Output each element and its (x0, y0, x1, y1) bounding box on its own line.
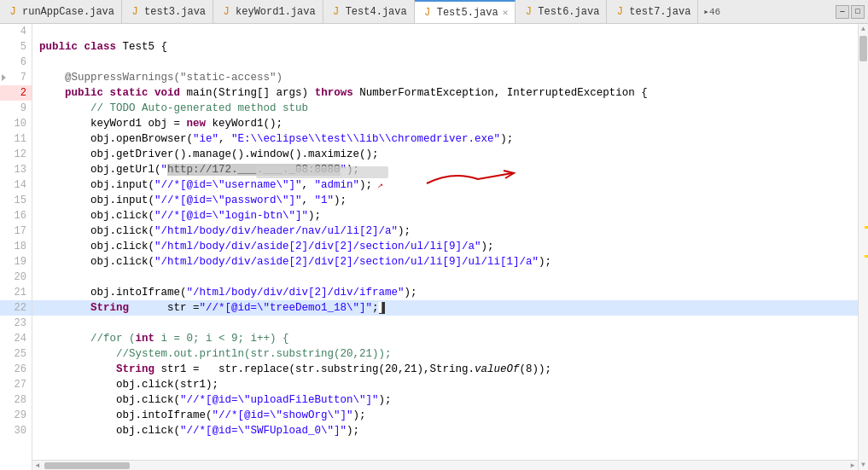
tab-test6[interactable]: J Test6.java (516, 0, 607, 23)
line-num-12: 12 (0, 147, 32, 162)
code-line-20 (32, 270, 858, 285)
scroll-marker-1 (865, 226, 868, 229)
line-numbers: 4 5 6 7 2 9 10 11 12 13 14 15 16 17 18 1… (0, 24, 32, 470)
tab-icon-test4: J (330, 6, 342, 18)
line-num-4: 4 (0, 24, 32, 39)
tab-label-keyword1: keyWord1.java (236, 6, 316, 18)
tab-icon-test7: J (614, 6, 626, 18)
code-line-15: obj.input("//*[@id=\"password\"]", "1"); (32, 193, 858, 208)
line-num-23: 23 (0, 316, 32, 331)
right-scrollbar[interactable]: ▲ ▼ (858, 24, 868, 470)
code-line-17: obj.click("/html/body/div/header/nav/ul/… (32, 223, 858, 239)
tab-icon-test5: J (422, 7, 434, 19)
code-line-9: // TODO Auto-generated method stub (32, 101, 858, 116)
window-controls: — □ (834, 5, 868, 19)
code-line-30: obj.click("//*[@id=\"SWFUpload_0\"]"); (32, 423, 858, 438)
line-num-6: 6 (0, 55, 32, 70)
tab-icon-test6: J (522, 6, 534, 18)
tab-test7[interactable]: J test7.java (607, 0, 698, 23)
code-line-29: obj.intoIframe("//*[@id=\"showOrg\"]"); (32, 408, 858, 423)
line-num-10: 10 (0, 116, 32, 131)
line-num-17: 17 (0, 223, 32, 239)
tab-label-test5: Test5.java (437, 7, 498, 19)
line-num-15: 15 (0, 193, 32, 208)
tab-label-runAppCase: runAppCase.java (22, 6, 114, 18)
line-num-27: 27 (0, 377, 32, 392)
line-num-30: 30 (0, 423, 32, 438)
line-num-19: 19 (0, 254, 32, 270)
code-line-28: obj.click("//*[@id=\"uploadFileButton\"]… (32, 392, 858, 408)
code-line-5: public class Test5 { (32, 39, 858, 55)
code-line-26: String str1 = str.replace(str.substring(… (32, 362, 858, 377)
line-num-18: 18 (0, 239, 32, 254)
code-line-25: //System.out.println(str.substring(20,21… (32, 346, 858, 362)
tab-test4[interactable]: J Test4.java (323, 0, 415, 23)
bottom-scrollbar[interactable]: ◄ ► (32, 460, 858, 470)
tab-label-test6: Test6.java (538, 6, 599, 18)
code-lines: public class Test5 { @SuppressWarnings("… (32, 24, 858, 438)
code-line-18: obj.click("/html/body/div/aside[2]/div[2… (32, 239, 858, 254)
code-line-10: keyWord1 obj = new keyWord1(); (32, 116, 858, 131)
line-num-24: 24 (0, 331, 32, 346)
tab-label-test4: Test4.java (346, 6, 407, 18)
code-line-7: @SuppressWarnings("static-access") (32, 70, 858, 85)
code-container: 4 5 6 7 2 9 10 11 12 13 14 15 16 17 18 1… (0, 24, 868, 470)
tab-keyword1[interactable]: J keyWord1.java (213, 0, 323, 23)
code-line-13: obj.getUrl("http://172.___.___._08:8080"… (32, 162, 858, 177)
tab-label-test3: test3.java (144, 6, 206, 18)
code-line-16: obj.click("//*[@id=\"login-btn\"]"); (32, 208, 858, 223)
line-num-9: 9 (0, 101, 32, 116)
h-scroll-thumb (44, 462, 130, 469)
scroll-up-arrow[interactable]: ▲ (859, 24, 869, 34)
code-line-23 (32, 316, 858, 331)
line-num-16: 16 (0, 208, 32, 223)
code-line-12: obj.getDriver().manage().window().maximi… (32, 147, 858, 162)
scroll-thumb (859, 36, 867, 61)
scroll-left-arrow[interactable]: ◄ (32, 461, 43, 471)
code-line-22: String str ="//*[@id=\"treeDemo1_18\"]";… (32, 300, 858, 316)
code-content[interactable]: public class Test5 { @SuppressWarnings("… (32, 24, 858, 470)
code-line-19: obj.click("/html/body/div/aside[2]/div[2… (32, 254, 858, 270)
tab-bar: J runAppCase.java J test3.java J keyWord… (0, 0, 868, 24)
line-num-7: 7 (0, 70, 32, 85)
code-line-11: obj.openBrowser("ie", "E:\\eclipse\\test… (32, 131, 858, 147)
line-num-13: 13 (0, 162, 32, 177)
line-num-22: 22 (0, 300, 32, 316)
line-num-28: 28 (0, 392, 32, 408)
tab-runAppCase[interactable]: J runAppCase.java (0, 0, 122, 23)
tab-test5[interactable]: J Test5.java ✕ (415, 0, 516, 23)
maximize-button[interactable]: □ (851, 5, 865, 19)
code-line-21: obj.intoIframe("/html/body/div/div[2]/di… (32, 285, 858, 300)
line-num-20: 20 (0, 270, 32, 285)
line-num-8: 2 (0, 85, 32, 101)
scroll-marker-2 (865, 255, 868, 258)
line-num-29: 29 (0, 408, 32, 423)
code-line-8: public static void main(String[] args) t… (32, 85, 858, 101)
minimize-button[interactable]: — (836, 5, 849, 19)
tab-test3[interactable]: J test3.java (122, 0, 213, 23)
line-num-11: 11 (0, 131, 32, 147)
scroll-right-arrow[interactable]: ► (848, 461, 858, 471)
line-num-26: 26 (0, 362, 32, 377)
scroll-track[interactable] (859, 34, 868, 460)
tab-icon-runAppCase: J (7, 6, 19, 18)
line-num-14: 14 (0, 177, 32, 193)
code-line-24: //for (int i = 0; i < 9; i++) { (32, 331, 858, 346)
tab-icon-test3: J (129, 6, 141, 18)
line-num-5: 5 (0, 39, 32, 55)
code-line-4 (32, 24, 858, 39)
tab-overflow[interactable]: ▸46 (698, 6, 725, 17)
code-line-14: obj.input("//*[@id=\"username\"]", "admi… (32, 177, 858, 193)
line-num-25: 25 (0, 346, 32, 362)
line-num-21: 21 (0, 285, 32, 300)
tab-label-test7: test7.java (629, 6, 690, 18)
code-line-6 (32, 55, 858, 70)
code-line-27: obj.click(str1); (32, 377, 858, 392)
scroll-down-arrow[interactable]: ▼ (859, 460, 869, 470)
tab-icon-keyword1: J (220, 6, 232, 18)
tab-close-test5[interactable]: ✕ (503, 7, 509, 18)
